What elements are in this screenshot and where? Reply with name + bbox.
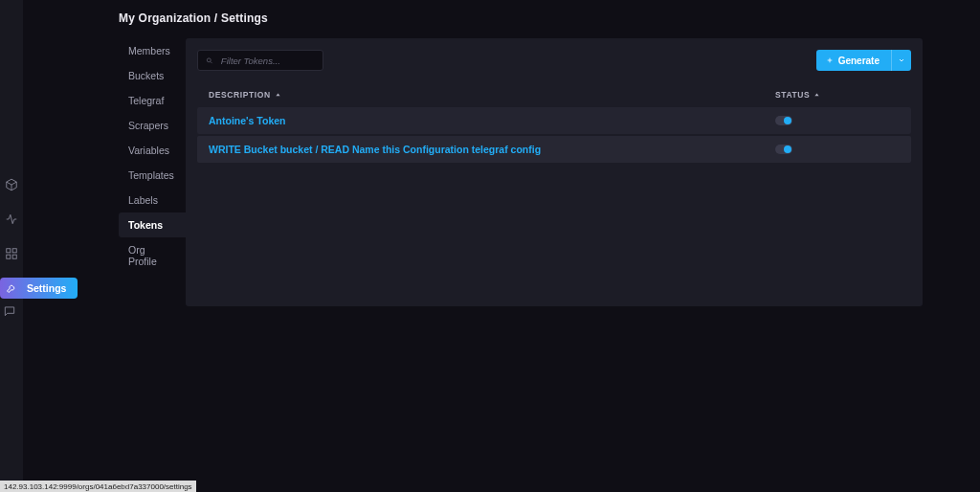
generate-button[interactable]: Generate	[816, 50, 911, 71]
tab-templates[interactable]: Templates	[119, 163, 186, 188]
wrench-icon	[6, 282, 17, 294]
svg-rect-2	[7, 255, 11, 258]
sort-asc-icon	[813, 92, 820, 99]
tab-org-profile[interactable]: Org Profile	[119, 237, 186, 274]
col-status[interactable]: STATUS	[775, 90, 900, 100]
settings-nav-label: Settings	[27, 282, 66, 294]
toggle-knob	[784, 145, 791, 153]
svg-rect-0	[7, 249, 11, 253]
left-nav-rail	[0, 0, 23, 492]
pulse-icon[interactable]	[3, 211, 20, 228]
panel-toolbar: Generate	[197, 50, 911, 71]
filter-input[interactable]	[219, 55, 315, 67]
tab-telegraf[interactable]: Telegraf	[119, 88, 186, 113]
token-description-link[interactable]: WRITE Bucket bucket / READ Name this Con…	[209, 144, 541, 155]
browser-status-bar: 142.93.103.142:9999/orgs/041a6ebd7a33700…	[0, 481, 196, 492]
table-row: WRITE Bucket bucket / READ Name this Con…	[197, 136, 911, 163]
svg-point-5	[207, 57, 211, 61]
filter-input-wrap[interactable]	[197, 50, 323, 71]
chat-icon[interactable]	[3, 304, 16, 321]
page-container: My Organization / Settings Members Bucke…	[23, 0, 980, 492]
grid-icon[interactable]	[3, 245, 20, 262]
search-icon	[206, 56, 213, 65]
status-toggle[interactable]	[775, 145, 792, 154]
generate-label: Generate	[838, 56, 880, 66]
status-toggle[interactable]	[775, 116, 792, 125]
tab-labels[interactable]: Labels	[119, 188, 186, 212]
table-body: Antoine's Token WRITE Bucket bucket / RE…	[197, 107, 911, 163]
plus-icon	[826, 56, 834, 64]
col-description[interactable]: DESCRIPTION	[209, 90, 281, 100]
tab-tokens[interactable]: Tokens	[119, 212, 186, 237]
table-row: Antoine's Token	[197, 107, 911, 134]
generate-caret[interactable]	[891, 50, 911, 71]
tab-variables[interactable]: Variables	[119, 138, 186, 163]
sort-asc-icon	[275, 92, 281, 99]
token-description-link[interactable]: Antoine's Token	[209, 115, 285, 126]
tab-buckets[interactable]: Buckets	[119, 63, 186, 88]
cube-icon[interactable]	[3, 176, 20, 193]
content-row: Members Buckets Telegraf Scrapers Variab…	[119, 38, 923, 306]
svg-rect-3	[12, 255, 16, 258]
settings-nav-pill[interactable]: Settings	[0, 278, 78, 299]
tab-scrapers[interactable]: Scrapers	[119, 113, 186, 138]
tokens-panel: Generate DESCRIPTION STATUS	[186, 38, 923, 306]
tab-members[interactable]: Members	[119, 38, 186, 63]
chevron-down-icon	[898, 56, 905, 64]
breadcrumb: My Organization / Settings	[119, 11, 923, 25]
svg-rect-1	[12, 249, 16, 253]
toggle-knob	[784, 117, 791, 124]
table-header: DESCRIPTION STATUS	[197, 90, 911, 107]
settings-tabs: Members Buckets Telegraf Scrapers Variab…	[119, 38, 186, 306]
